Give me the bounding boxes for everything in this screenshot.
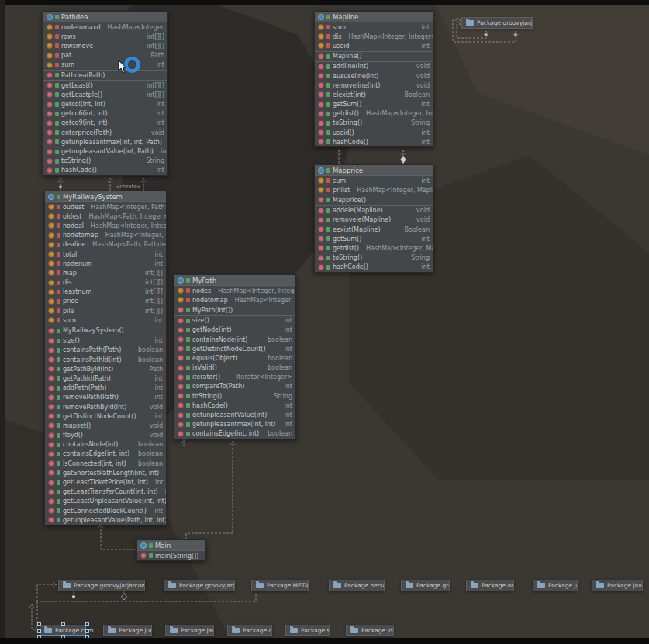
uml-field-row[interactable]: sumint [315,22,433,32]
uml-field-row[interactable]: disHashMap<Integer, Integer> [315,32,433,41]
uml-method-row[interactable]: floyd()void [45,431,166,440]
uml-method-row[interactable]: getConnectedBlockCount()int [45,506,166,515]
uml-method-row[interactable]: toString()String [315,119,433,128]
uml-method-row[interactable]: removeline(int)void [315,81,433,90]
uml-method-row[interactable]: getLeast()int[][] [43,81,167,90]
uml-field-row[interactable]: nodetomapHashMap<Integer, Integer> [174,295,295,305]
uml-method-row[interactable]: hashCode()int [315,137,433,146]
uml-field-row[interactable]: nodesHashMap<Integer, Integer> [174,286,295,295]
uml-method-row[interactable]: size()int [174,316,295,325]
uml-method-row[interactable]: useid()int [315,128,433,137]
uml-field-row[interactable]: sumint [45,315,166,325]
package-node[interactable]: Package META-INF [251,580,309,591]
uml-field-row[interactable]: rowsint[][] [43,32,167,41]
uml-constructor-row[interactable]: MyRailwaySystem() [45,325,166,335]
package-node[interactable]: Package sun [285,625,330,636]
uml-method-row[interactable]: hashCode()int [174,401,295,410]
uml-method-row[interactable]: isConnected(int, int)boolean [45,459,166,468]
uml-method-row[interactable]: containsEdge(int, int)boolean [45,449,166,459]
selection-handle[interactable] [85,622,89,626]
uml-field-row[interactable]: dealineHashMap<Path, Pathdea> [45,240,166,250]
package-node[interactable]: Package junit [103,625,152,636]
uml-method-row[interactable]: removePathById(int)void [45,402,166,412]
uml-field-row[interactable]: pileint[][] [45,306,166,315]
uml-class-pathdea[interactable]: PathdeanodetomaxdHashMap<Integer, Intege… [43,11,168,176]
class-header[interactable]: Main [137,540,205,550]
package-node[interactable]: Package javafx [533,580,578,591]
uml-method-row[interactable]: eexist(Mapline)Boolean [315,225,433,234]
uml-method-row[interactable]: getSum()int [315,234,433,243]
uml-method-row[interactable]: size()int [45,336,166,346]
class-header[interactable]: Mapline [315,12,433,22]
class-header[interactable]: MyPath [174,275,295,285]
uml-method-row[interactable]: containsEdge(int, int)boolean [174,429,295,439]
uml-method-row[interactable]: addele(Mapline)void [315,206,433,215]
uml-constructor-row[interactable]: Mapline() [315,52,433,61]
uml-method-row[interactable]: containsPathId(int)boolean [45,355,166,364]
package-node[interactable]: Package groovy [401,580,450,591]
package-node[interactable]: Package jdk [346,625,394,636]
uml-method-row[interactable]: removePath(Path)int [45,393,166,402]
uml-constructor-row[interactable]: Pathdea(Path) [43,71,167,80]
uml-method-row[interactable]: getunpleasantmax(int, int, Path)int [43,137,167,146]
uml-method-row[interactable]: toString()String [315,253,433,263]
uml-method-row[interactable]: hashCode()int [315,263,433,272]
uml-method-row[interactable]: getco6(int, int)int [43,109,167,119]
class-header[interactable]: Pathdea [43,12,167,22]
uml-method-row[interactable]: equals(Object)boolean [174,353,295,363]
uml-class-myrailwaysystem[interactable]: MyRailwaySystemoudestHashMap<Integer, Pa… [44,191,167,525]
package-node[interactable]: Package oracle [466,580,514,591]
uml-method-row[interactable]: containsNode(int)boolean [45,440,166,449]
uml-method-row[interactable]: getLeastple()int[][] [43,90,167,99]
uml-method-row[interactable]: toString()String [174,391,295,401]
uml-method-row[interactable]: getdist()HashMap<Integer, Mapline> [315,243,433,253]
selection-handle[interactable] [85,629,89,633]
uml-field-row[interactable]: nodetomapHashMap<Integer, Integer> [45,231,166,240]
uml-method-row[interactable]: toString()String [43,157,167,166]
uml-method-row[interactable]: getunpleasantValue(Path, int, int)int [45,515,166,525]
package-node[interactable]: Package groovyjarjarasm [164,580,235,591]
uml-method-row[interactable]: getDistinctNodeCount()int [174,344,295,353]
uml-method-row[interactable]: hashCode()int [43,166,167,175]
uml-field-row[interactable]: nodealHashMap<Integer, Integer> [45,221,166,230]
uml-method-row[interactable]: main(String[])void [137,551,205,560]
uml-method-row[interactable]: containsNode(int)boolean [174,335,295,344]
uml-method-row[interactable]: iterator()Iterator<Integer> [174,373,295,382]
uml-field-row[interactable]: rowsmoveint[][] [43,41,167,50]
package-node[interactable]: Package com [40,625,86,636]
uml-method-row[interactable]: getdist()HashMap<Integer, Integer> [315,109,433,119]
selection-handle[interactable] [61,622,65,626]
uml-field-row[interactable]: nodetomaxdHashMap<Integer, Integer> [43,22,167,32]
uml-field-row[interactable]: totalint [45,250,166,259]
uml-class-mapline[interactable]: MaplinesumintdisHashMap<Integer, Integer… [314,11,433,147]
uml-method-row[interactable]: elexist(int)Boolean [315,90,433,99]
uml-field-row[interactable]: oudestHashMap<Integer, Path> [45,202,166,212]
uml-method-row[interactable]: getPathId(Path)int [45,374,166,383]
uml-field-row[interactable]: mapint[][] [45,268,166,277]
uml-field-row[interactable]: sumint [315,176,433,185]
uml-class-mapprice[interactable]: MappricesumintprilistHashMap<Integer, Ma… [314,164,433,273]
uml-field-row[interactable]: sumint [43,60,167,70]
selection-handle[interactable] [37,629,41,633]
uml-method-row[interactable]: getDistinctNodeCount()int [45,412,166,421]
uml-method-row[interactable]: addline(int)void [315,62,433,71]
uml-class-mypath[interactable]: MyPathnodesHashMap<Integer, Integer>node… [174,274,296,439]
package-node[interactable]: Package java [165,625,214,636]
uml-method-row[interactable]: getSum()int [315,100,433,109]
uml-constructor-row[interactable]: MyPath(int[]) [174,305,295,315]
uml-method-row[interactable]: compareTo(Path)int [174,382,295,391]
uml-method-row[interactable]: getNode(int)int [174,325,295,335]
package-node[interactable]: Package netscape [329,580,385,591]
uml-method-row[interactable]: getunpleasantValue(int, Path)int [43,146,167,156]
class-header[interactable]: MyRailwaySystem [45,191,166,201]
uml-field-row[interactable]: patPath [43,51,167,60]
uml-field-row[interactable]: oldestHashMap<Path, Integer> [45,212,166,221]
uml-method-row[interactable]: getunpleasantValue(int)int [174,410,295,419]
uml-method-row[interactable]: getLeastUnpleasantValue(int, int)int [45,497,166,506]
uml-field-row[interactable]: prilistHashMap<Integer, Mapline> [315,185,433,195]
uml-method-row[interactable]: removele(Mapline)void [315,215,433,225]
uml-field-row[interactable]: priceint[][] [45,297,166,306]
uml-method-row[interactable]: mapset()void [45,421,166,430]
uml-method-row[interactable]: getPathById(int)Path [45,364,166,374]
selection-handle[interactable] [37,622,41,626]
